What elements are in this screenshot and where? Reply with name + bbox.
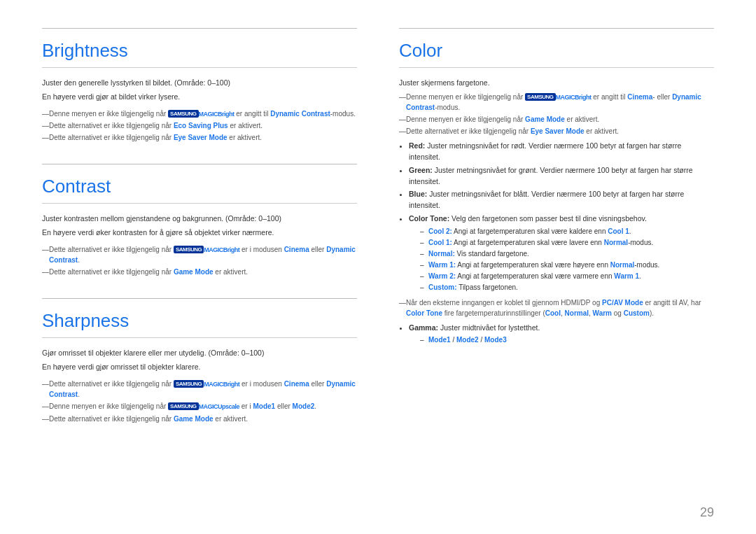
warm1-ref: Warm 1 xyxy=(614,272,639,280)
color-divider xyxy=(399,28,714,29)
contrast-note-2: Dette alternativet er ikke tilgjengelig … xyxy=(42,267,357,277)
sub-modes: Mode1 / Mode2 / Mode3 xyxy=(420,335,714,346)
magic-bright-text-2: MAGICBright xyxy=(204,246,239,253)
warm2-label: Warm 2: xyxy=(428,272,456,280)
color-note-1: Denne menyen er ikke tilgjengelig når SA… xyxy=(399,92,714,113)
contrast-section: Contrast Juster kontrasten mellom gjenst… xyxy=(42,164,357,279)
magic-bright-text-4: MAGICBright xyxy=(556,94,592,101)
mode2-link: Mode2 xyxy=(293,402,315,410)
eye-saver-link-2: Eye Saver Mode xyxy=(531,127,584,135)
sub-cool1: Cool 1: Angi at fargetemperaturen skal v… xyxy=(420,237,714,248)
sub-cool2: Cool 2: Angi at fargetemperaturen skal v… xyxy=(420,226,714,237)
right-column: Color Juster skjermens fargetone. Denne … xyxy=(399,28,714,506)
color-desc: Juster skjermens fargetone. xyxy=(399,78,714,89)
mode2-label: Mode2 xyxy=(456,336,479,344)
samsung-badge-3: SAMSUNG xyxy=(174,380,204,388)
warm1-label: Warm 1: xyxy=(428,261,456,269)
left-column: Brightness Juster den generelle lysstyrk… xyxy=(42,28,357,506)
bullet-gamma: Gamma: Juster midtnivået for lystetthet.… xyxy=(409,323,714,346)
game-mode-link: Game Mode xyxy=(174,268,214,276)
normal-ref: Normal xyxy=(604,239,628,246)
bullet-blue: Blue: Juster metningsnivået for blått. V… xyxy=(409,189,714,211)
color-section: Color Juster skjermens fargetone. Denne … xyxy=(399,28,714,349)
dynamic-contrast-link: Dynamic Contrast xyxy=(270,110,330,118)
green-label: Green: xyxy=(409,166,433,174)
game-mode-link-3: Game Mode xyxy=(525,115,565,123)
samsung-badge-2: SAMSUNG xyxy=(174,246,204,253)
sharpness-divider xyxy=(42,298,357,299)
sharpness-title: Sharpness xyxy=(42,310,357,338)
cinema-link-2: Cinema xyxy=(284,380,309,388)
game-mode-link-2: Game Mode xyxy=(174,415,214,423)
warm-link: Warm xyxy=(593,309,612,317)
contrast-divider xyxy=(42,164,357,164)
bullet-color-tone: Color Tone: Velg den fargetonen som pass… xyxy=(409,213,714,293)
color-note-2: Denne menyen er ikke tilgjengelig når Ga… xyxy=(399,114,714,125)
cool-link: Cool xyxy=(545,309,561,317)
hdmi-note: Når den eksterne inngangen er koblet til… xyxy=(399,297,714,318)
color-tone-link: Color Tone xyxy=(406,309,442,317)
normal-ref-2: Normal xyxy=(610,261,634,269)
sharpness-note-3: Dette alternativet er ikke tilgjengelig … xyxy=(42,414,357,424)
sharpness-note-1: Dette alternativet er ikke tilgjengelig … xyxy=(42,379,357,400)
cool2-label: Cool 2: xyxy=(428,227,452,235)
sharpness-desc2: En høyere verdi gjør omrisset til objekt… xyxy=(42,362,357,373)
brightness-divider xyxy=(42,28,357,29)
normal-link: Normal xyxy=(565,309,589,317)
contrast-note-1: Dette alternativet er ikke tilgjengelig … xyxy=(42,244,357,266)
cool1-ref: Cool 1 xyxy=(608,227,629,235)
gamma-bullet-list: Gamma: Juster midtnivået for lystetthet.… xyxy=(409,323,714,346)
sub-warm1: Warm 1: Angi at fargetemperaturen skal v… xyxy=(420,260,714,271)
cinema-link: Cinema xyxy=(284,246,309,253)
bullet-red: Red: Juster metningsnivået for rødt. Ver… xyxy=(409,141,714,163)
mode1-label: Mode1 xyxy=(428,336,451,344)
color-title: Color xyxy=(399,40,714,68)
pc-av-mode-link: PC/AV Mode xyxy=(602,299,643,307)
brightness-note-3: Dette alternativet er ikke tilgjengelig … xyxy=(42,132,357,143)
contrast-desc1: Juster kontrasten mellom gjenstandene og… xyxy=(42,213,357,225)
sharpness-section: Sharpness Gjør omrisset til objekter kla… xyxy=(42,298,357,426)
sharpness-desc1: Gjør omrisset til objekter klarere eller… xyxy=(42,348,357,359)
cool1-label: Cool 1: xyxy=(428,239,452,246)
custom-link: Custom xyxy=(624,309,650,317)
samsung-badge-4: SAMSUNG xyxy=(168,402,198,410)
eye-saver-link: Eye Saver Mode xyxy=(174,134,227,141)
magic-upscale-text: MAGICUpscale xyxy=(199,403,240,410)
brightness-desc1: Juster den generelle lysstyrken til bild… xyxy=(42,78,357,89)
color-tone-sub-list: Cool 2: Angi at fargetemperaturen skal v… xyxy=(420,226,714,293)
mode1-link: Mode1 xyxy=(253,402,275,410)
color-tone-label: Color Tone: xyxy=(409,214,449,223)
sub-custom: Custom: Tilpass fargetonen. xyxy=(420,282,714,293)
brightness-title: Brightness xyxy=(42,40,357,68)
contrast-title: Contrast xyxy=(42,176,357,204)
gamma-label: Gamma: xyxy=(409,323,438,332)
sub-normal: Normal: Vis standard fargetone. xyxy=(420,248,714,260)
color-bullet-list: Red: Juster metningsnivået for rødt. Ver… xyxy=(409,141,714,293)
gamma-sub-list: Mode1 / Mode2 / Mode3 xyxy=(420,335,714,346)
brightness-note-1: Denne menyen er ikke tilgjengelig når SA… xyxy=(42,108,357,120)
page-number: 29 xyxy=(700,505,714,520)
bullet-green: Green: Juster metningsnivået for grønt. … xyxy=(409,165,714,188)
contrast-desc2: En høyere verdi øker kontrasten for å gj… xyxy=(42,227,357,239)
custom-label: Custom: xyxy=(428,283,457,291)
color-note-3: Dette alternativet er ikke tilgjengelig … xyxy=(399,126,714,136)
normal-label: Normal: xyxy=(428,250,455,258)
red-label: Red: xyxy=(409,141,425,150)
samsung-badge: SAMSUNG xyxy=(168,110,198,118)
sub-warm2: Warm 2: Angi at fargetemperaturen skal v… xyxy=(420,271,714,282)
eco-saving-link: Eco Saving Plus xyxy=(174,122,228,129)
blue-label: Blue: xyxy=(409,190,427,198)
sharpness-note-2: Denne menyen er ikke tilgjengelig når SA… xyxy=(42,401,357,412)
cinema-link-3: Cinema xyxy=(627,93,652,101)
brightness-section: Brightness Juster den generelle lysstyrk… xyxy=(42,28,357,144)
mode3-label: Mode3 xyxy=(484,336,507,344)
brightness-note-2: Dette alternativet er ikke tilgjengelig … xyxy=(42,120,357,131)
brightness-desc2: En høyere verdi gjør at bildet virker ly… xyxy=(42,92,357,103)
samsung-badge-5: SAMSUNG xyxy=(525,93,555,101)
magic-bright-text: MAGICBright xyxy=(199,111,234,118)
magic-bright-text-3: MAGICBright xyxy=(204,381,239,388)
